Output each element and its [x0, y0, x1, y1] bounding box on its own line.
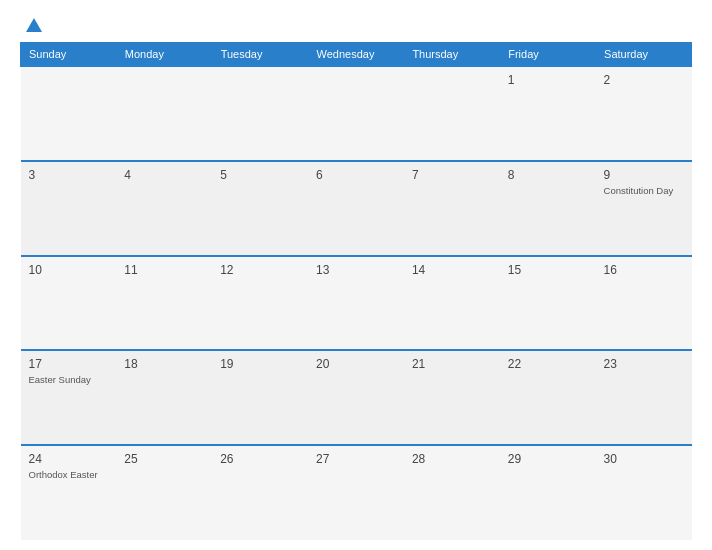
logo-triangle-icon: [26, 18, 42, 32]
day-number: 1: [508, 73, 588, 87]
logo: [20, 18, 46, 32]
day-number: 10: [29, 263, 109, 277]
day-number: 11: [124, 263, 204, 277]
day-header-wednesday: Wednesday: [308, 43, 404, 67]
day-header-thursday: Thursday: [404, 43, 500, 67]
day-number: 9: [604, 168, 684, 182]
day-header-monday: Monday: [116, 43, 212, 67]
day-number: 28: [412, 452, 492, 466]
calendar-cell: 1: [500, 66, 596, 161]
day-number: 15: [508, 263, 588, 277]
day-number: 5: [220, 168, 300, 182]
calendar-cell: 14: [404, 256, 500, 351]
calendar-cell: 12: [212, 256, 308, 351]
day-number: 29: [508, 452, 588, 466]
calendar-cell: 17Easter Sunday: [21, 350, 117, 445]
calendar-cell: 2: [596, 66, 692, 161]
day-number: 27: [316, 452, 396, 466]
day-number: 17: [29, 357, 109, 371]
calendar-cell: 26: [212, 445, 308, 540]
calendar-body: 123456789Constitution Day101112131415161…: [21, 66, 692, 540]
calendar-cell: 19: [212, 350, 308, 445]
week-row-2: 3456789Constitution Day: [21, 161, 692, 256]
event-label: Constitution Day: [604, 185, 674, 196]
calendar-cell: 29: [500, 445, 596, 540]
day-number: 6: [316, 168, 396, 182]
calendar-cell: 21: [404, 350, 500, 445]
event-label: Orthodox Easter: [29, 469, 98, 480]
calendar-cell: 10: [21, 256, 117, 351]
header: [20, 18, 692, 32]
calendar-cell: [21, 66, 117, 161]
calendar-cell: [308, 66, 404, 161]
calendar-cell: 8: [500, 161, 596, 256]
calendar-cell: 27: [308, 445, 404, 540]
calendar-cell: [212, 66, 308, 161]
day-header-saturday: Saturday: [596, 43, 692, 67]
day-number: 3: [29, 168, 109, 182]
calendar-cell: 9Constitution Day: [596, 161, 692, 256]
calendar-cell: 20: [308, 350, 404, 445]
day-number: 21: [412, 357, 492, 371]
day-number: 2: [604, 73, 684, 87]
calendar-cell: 15: [500, 256, 596, 351]
day-number: 14: [412, 263, 492, 277]
day-header-row: SundayMondayTuesdayWednesdayThursdayFrid…: [21, 43, 692, 67]
day-number: 24: [29, 452, 109, 466]
calendar-table: SundayMondayTuesdayWednesdayThursdayFrid…: [20, 42, 692, 540]
day-number: 16: [604, 263, 684, 277]
day-number: 26: [220, 452, 300, 466]
day-number: 22: [508, 357, 588, 371]
day-number: 25: [124, 452, 204, 466]
day-number: 18: [124, 357, 204, 371]
calendar-cell: 23: [596, 350, 692, 445]
calendar-cell: 3: [21, 161, 117, 256]
calendar-cell: 28: [404, 445, 500, 540]
calendar-cell: 30: [596, 445, 692, 540]
calendar-cell: 7: [404, 161, 500, 256]
calendar-cell: 24Orthodox Easter: [21, 445, 117, 540]
calendar-cell: 18: [116, 350, 212, 445]
calendar-cell: 25: [116, 445, 212, 540]
calendar-page: SundayMondayTuesdayWednesdayThursdayFrid…: [0, 0, 712, 550]
calendar-cell: 6: [308, 161, 404, 256]
calendar-header: SundayMondayTuesdayWednesdayThursdayFrid…: [21, 43, 692, 67]
event-label: Easter Sunday: [29, 374, 91, 385]
calendar-cell: 11: [116, 256, 212, 351]
calendar-cell: [116, 66, 212, 161]
day-number: 13: [316, 263, 396, 277]
calendar-cell: 22: [500, 350, 596, 445]
day-header-tuesday: Tuesday: [212, 43, 308, 67]
day-number: 19: [220, 357, 300, 371]
day-header-sunday: Sunday: [21, 43, 117, 67]
calendar-cell: 13: [308, 256, 404, 351]
calendar-cell: 4: [116, 161, 212, 256]
day-number: 20: [316, 357, 396, 371]
day-number: 4: [124, 168, 204, 182]
week-row-5: 24Orthodox Easter252627282930: [21, 445, 692, 540]
week-row-4: 17Easter Sunday181920212223: [21, 350, 692, 445]
day-number: 30: [604, 452, 684, 466]
day-number: 12: [220, 263, 300, 277]
day-header-friday: Friday: [500, 43, 596, 67]
day-number: 8: [508, 168, 588, 182]
day-number: 7: [412, 168, 492, 182]
week-row-1: 12: [21, 66, 692, 161]
calendar-cell: 5: [212, 161, 308, 256]
week-row-3: 10111213141516: [21, 256, 692, 351]
calendar-cell: 16: [596, 256, 692, 351]
calendar-cell: [404, 66, 500, 161]
day-number: 23: [604, 357, 684, 371]
